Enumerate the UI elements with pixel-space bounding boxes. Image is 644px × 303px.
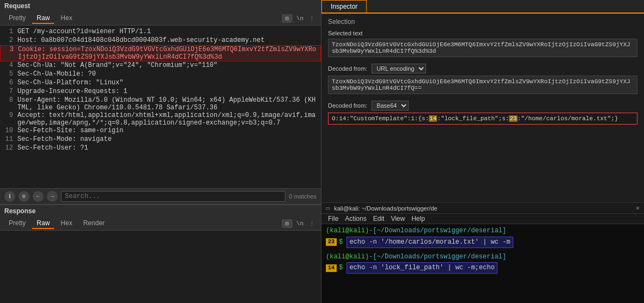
request-header: Request [0, 0, 321, 12]
decoded-dropdown-2[interactable]: Base64 [372, 101, 409, 110]
term-cmd-2: 14 $ echo -n 'lock_file_path' | wc -m;ec… [326, 262, 640, 274]
info-icon[interactable]: ℹ [4, 191, 15, 202]
term-cmd-text-1: echo -n '/home/carlos/morale.txt' | wc -… [347, 237, 513, 248]
term-dir-2: -[~/Downloads/portswigger/deserial] [369, 253, 506, 261]
response-tab-render[interactable]: Render [79, 218, 109, 229]
decoded-base64-value: O:14:"CustomTemplate":1:{s:14:"lock_file… [328, 113, 637, 125]
decoded-base64-group: Decoded from: Base64 O:14:"CustomTemplat… [328, 101, 637, 125]
code-line-1: 1 GET /my-account?id=wiener HTTP/1.1 [0, 28, 321, 36]
left-panel: Request Pretty Raw Hex ⊟ \n ⋮ 1 GET /my-… [0, 0, 321, 303]
terminal-icon: ▭ [326, 204, 330, 212]
search-input[interactable] [61, 191, 285, 202]
selected-text-value: TzoxNDoiQ3VzdG9tVGVtcGxhdGUiOjE6e3M6MTQ6… [328, 39, 637, 57]
decoded-from-1-label: Decoded from: [328, 65, 367, 72]
response-more-btn[interactable]: ⋮ [307, 220, 317, 227]
terminal-menu-file[interactable]: File [328, 215, 338, 222]
format-icon[interactable]: ⊟ [282, 14, 293, 23]
code-line-2: 2 Host: 0a8b007c04d18408c048dbcd0004003f… [0, 36, 321, 45]
decoded-prefix: O:14:"CustomTemplate":1:{s: [332, 115, 429, 122]
decoded-mid: :"lock_file_path";s: [437, 115, 509, 122]
settings-icon[interactable]: ⚙ [19, 191, 29, 202]
decoded-suffix: :"/home/carlos/morale.txt";} [518, 115, 618, 122]
inspector-tab[interactable]: Inspector [321, 0, 367, 13]
term-user-2: (kali@kali) [326, 253, 369, 261]
decoded-url-group: Decoded from: URL encoding TzoxNDoiQ3Vzd… [328, 64, 637, 94]
response-tab-raw[interactable]: Raw [32, 218, 54, 229]
code-line-10: 10 Sec-Fetch-Site: same-origin [0, 127, 321, 135]
decoded-url-row: Decoded from: URL encoding [328, 64, 637, 73]
response-tab-hex[interactable]: Hex [56, 218, 76, 229]
selected-text-label: Selected text [328, 30, 637, 36]
request-toolbar: ℹ ⚙ ← → 0 matches [0, 188, 321, 205]
code-line-11: 11 Sec-Fetch-Mode: navigate [0, 135, 321, 144]
code-line-4: 4 Sec-Ch-Ua: "Not A(Brand";v="24", "Chro… [0, 61, 321, 70]
inspector-tab-bar: Inspector [321, 0, 644, 14]
term-badge-23: 23 [326, 238, 337, 246]
request-tabs-bar: Pretty Raw Hex ⊟ \n ⋮ [0, 12, 321, 26]
terminal-menu-edit[interactable]: Edit [373, 215, 385, 222]
request-code-area[interactable]: 1 GET /my-account?id=wiener HTTP/1.1 2 H… [0, 26, 321, 188]
selection-label: Selection [328, 18, 637, 26]
back-icon[interactable]: ← [33, 191, 44, 202]
terminal-menu-actions[interactable]: Actions [345, 215, 366, 222]
decoded-url-value: TzoxNDoiQ3VzdG9tVGVtcGxhdGUiOjE6e3M6MTQ6… [328, 76, 637, 94]
code-line-3: 3 Cookie: session=TzoxNDoiQ3VzdG9tVGVtcG… [0, 45, 321, 61]
term-cmd-text-2: echo -n 'lock_file_path' | wc -m;echo [347, 262, 497, 274]
code-line-9: 9 Accept: text/html,application/xhtml+xm… [0, 112, 321, 127]
term-prompt-2: (kali@kali)-[~/Downloads/portswigger/des… [326, 252, 640, 262]
terminal-menu-help[interactable]: Help [411, 215, 425, 222]
selected-text-group: Selected text TzoxNDoiQ3VzdG9tVGVtcGxhdG… [328, 30, 637, 57]
terminal-title: kali@kali: ~/Downloads/portswigger/de [334, 205, 437, 212]
code-line-5: 5 Sec-Ch-Ua-Mobile: ?0 [0, 70, 321, 79]
response-tab-pretty[interactable]: Pretty [4, 218, 30, 229]
terminal-panel: ▭ kali@kali: ~/Downloads/portswigger/de … [321, 202, 644, 303]
more-btn[interactable]: ⋮ [307, 15, 317, 22]
term-prompt-1: (kali@kali)-[~/Downloads/portswigger/des… [326, 226, 640, 236]
response-newline-btn[interactable]: \n [295, 220, 305, 227]
code-line-12: 12 Sec-Fetch-User: ?1 [0, 144, 321, 153]
decoded-base64-row: Decoded from: Base64 [328, 101, 637, 110]
request-title: Request [4, 2, 30, 10]
term-user-1: (kali@kali) [326, 227, 369, 234]
terminal-menu-view[interactable]: View [391, 215, 405, 222]
terminal-menu: File Actions Edit View Help [321, 214, 644, 224]
tab-hex[interactable]: Hex [56, 13, 76, 24]
code-line-7: 7 Upgrade-Insecure-Requests: 1 [0, 88, 321, 96]
term-dir-1: -[~/Downloads/portswigger/deserial] [369, 227, 506, 234]
forward-icon[interactable]: → [47, 191, 58, 202]
response-tabs-bar: Pretty Raw Hex Render ⊟ \n ⋮ [0, 217, 321, 231]
tab-raw[interactable]: Raw [32, 13, 54, 24]
decoded-dropdown-1[interactable]: URL encoding [372, 64, 426, 73]
request-section: Request Pretty Raw Hex ⊟ \n ⋮ 1 GET /my-… [0, 0, 321, 205]
term-badge-14: 14 [326, 264, 337, 272]
inspector-content: Selection Selected text TzoxNDoiQ3VzdG9t… [321, 14, 644, 202]
code-line-8: 8 User-Agent: Mozilla/5.0 (Windows NT 10… [0, 96, 321, 112]
response-code-area[interactable] [0, 231, 321, 303]
newline-btn[interactable]: \n [295, 15, 305, 22]
hl-1: 14 [429, 115, 437, 122]
terminal-body[interactable]: (kali@kali)-[~/Downloads/portswigger/des… [321, 224, 644, 303]
decoded-from-2-label: Decoded from: [328, 102, 367, 109]
response-header: Response [0, 205, 321, 217]
right-panel: Inspector Selection Selected text TzoxND… [321, 0, 644, 303]
response-section: Response Pretty Raw Hex Render ⊟ \n ⋮ [0, 205, 321, 303]
term-cmd-1: 23 $ echo -n '/home/carlos/morale.txt' |… [326, 237, 640, 248]
hl-2: 23 [509, 115, 517, 122]
code-line-6: 6 Sec-Ch-Ua-Platform: "Linux" [0, 79, 321, 88]
response-format-icon[interactable]: ⊟ [282, 219, 293, 228]
terminal-topbar: ▭ kali@kali: ~/Downloads/portswigger/de … [321, 203, 644, 214]
response-title: Response [4, 207, 35, 215]
match-count: 0 matches [289, 193, 317, 200]
tab-pretty[interactable]: Pretty [4, 13, 30, 24]
close-terminal-icon[interactable]: ✕ [636, 204, 640, 212]
